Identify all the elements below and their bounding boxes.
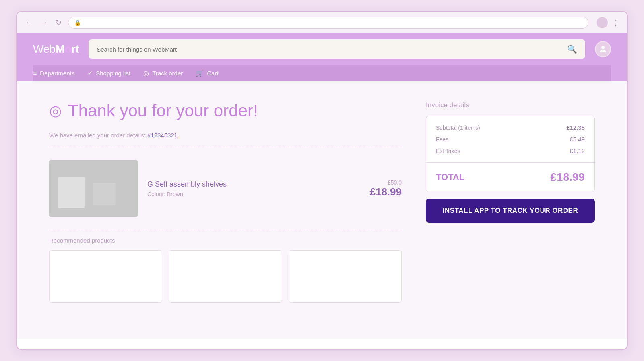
shelf-visual bbox=[49, 160, 138, 217]
right-column: Invoice details Subtotal (1 items) £12.3… bbox=[426, 101, 595, 303]
header-nav: ≡ Departments ✓ Shopping list ◎ Track or… bbox=[33, 65, 611, 81]
nav-track-order[interactable]: ◎ Track order bbox=[143, 69, 183, 77]
recommended-grid bbox=[49, 250, 402, 303]
product-details: G Self assembly shelves Colour: Brown bbox=[147, 180, 360, 197]
subtotal-label: Subtotal (1 items) bbox=[436, 124, 480, 131]
browser-menu-dots[interactable]: ⋮ bbox=[612, 18, 621, 27]
invoice-lines: Subtotal (1 items) £12.38 Fees £5.49 Est… bbox=[426, 116, 594, 162]
thank-you-section: ◎ Thank you for your order! We have emai… bbox=[49, 101, 595, 303]
invoice-line-subtotal: Subtotal (1 items) £12.38 bbox=[436, 124, 585, 131]
product-pricing: £50.0 £18.99 bbox=[369, 179, 402, 198]
install-app-button[interactable]: INSTALL APP TO TRACK YOUR ORDER bbox=[426, 199, 595, 223]
product-image bbox=[49, 160, 138, 217]
price-current: £18.99 bbox=[369, 186, 402, 198]
lock-icon: 🔒 bbox=[74, 19, 81, 26]
page-title-container: ◎ Thank you for your order! bbox=[49, 101, 402, 120]
subtotal-amount: £12.38 bbox=[566, 124, 585, 131]
recommended-card-2[interactable] bbox=[169, 250, 282, 303]
site-logo[interactable]: WebMort bbox=[33, 43, 79, 56]
search-input[interactable] bbox=[97, 46, 563, 53]
order-item: G Self assembly shelves Colour: Brown £5… bbox=[49, 154, 402, 223]
site-header: WebMort 🔍 ≡ Departments ✓ Shopping list bbox=[17, 33, 627, 81]
email-notice: We have emailed your order details: #123… bbox=[49, 132, 402, 139]
price-original: £50.0 bbox=[369, 179, 402, 186]
forward-button[interactable]: → bbox=[39, 17, 49, 28]
invoice-line-taxes: Est Taxes £1.12 bbox=[436, 147, 585, 154]
product-name: G Self assembly shelves bbox=[147, 180, 360, 189]
back-button[interactable]: ← bbox=[23, 17, 34, 28]
browser-circle bbox=[597, 17, 608, 28]
recommended-card-1[interactable] bbox=[49, 250, 162, 303]
refresh-button[interactable]: ↻ bbox=[54, 17, 63, 28]
invoice-title: Invoice details bbox=[426, 101, 595, 109]
browser-menu-area: ⋮ bbox=[597, 17, 621, 28]
invoice-total: TOTAL £18.99 bbox=[426, 162, 594, 192]
svg-point-0 bbox=[601, 46, 605, 49]
main-content: ◎ Thank you for your order! We have emai… bbox=[17, 81, 627, 339]
user-avatar[interactable] bbox=[595, 41, 611, 57]
left-column: ◎ Thank you for your order! We have emai… bbox=[49, 101, 402, 303]
fees-amount: £5.49 bbox=[570, 136, 585, 143]
invoice-card: Subtotal (1 items) £12.38 Fees £5.49 Est… bbox=[426, 116, 595, 192]
departments-icon: ≡ bbox=[33, 70, 37, 77]
search-bar-container[interactable]: 🔍 bbox=[89, 39, 585, 59]
browser-chrome: ← → ↻ 🔒 ⋮ bbox=[17, 12, 627, 33]
fees-label: Fees bbox=[436, 136, 448, 143]
top-divider bbox=[49, 147, 402, 147]
total-amount: £18.99 bbox=[550, 171, 585, 184]
page-title: Thank you for your order! bbox=[68, 101, 258, 120]
bottom-divider bbox=[49, 230, 402, 230]
cart-icon: 🛒 bbox=[196, 69, 204, 77]
recommended-section: Recommended products bbox=[49, 237, 402, 303]
nav-cart-label: Cart bbox=[207, 70, 218, 77]
recommended-card-3[interactable] bbox=[289, 250, 402, 303]
header-top: WebMort 🔍 bbox=[33, 33, 611, 65]
logo-web: Web bbox=[33, 43, 56, 55]
product-colour: Colour: Brown bbox=[147, 191, 360, 197]
nav-departments-label: Departments bbox=[40, 70, 74, 77]
nav-departments[interactable]: ≡ Departments bbox=[33, 70, 74, 77]
browser-window: ← → ↻ 🔒 ⋮ WebMort 🔍 bbox=[16, 11, 628, 350]
order-number-link[interactable]: #12345321 bbox=[147, 132, 178, 139]
address-bar[interactable]: 🔒 bbox=[68, 17, 588, 29]
shopping-list-icon: ✓ bbox=[87, 69, 93, 77]
nav-shopping-list[interactable]: ✓ Shopping list bbox=[87, 69, 130, 77]
track-order-icon: ◎ bbox=[143, 69, 149, 77]
total-label: TOTAL bbox=[436, 172, 464, 183]
invoice-line-fees: Fees £5.49 bbox=[436, 136, 585, 143]
taxes-amount: £1.12 bbox=[570, 147, 585, 154]
recommended-title: Recommended products bbox=[49, 237, 402, 244]
nav-cart[interactable]: 🛒 Cart bbox=[196, 69, 218, 77]
taxes-label: Est Taxes bbox=[436, 148, 460, 154]
search-icon-button[interactable]: 🔍 bbox=[567, 44, 577, 54]
target-icon: ◎ bbox=[49, 102, 62, 119]
nav-track-order-label: Track order bbox=[152, 70, 183, 77]
logo-mart: Mort bbox=[56, 43, 79, 55]
nav-shopping-list-label: Shopping list bbox=[96, 70, 130, 77]
